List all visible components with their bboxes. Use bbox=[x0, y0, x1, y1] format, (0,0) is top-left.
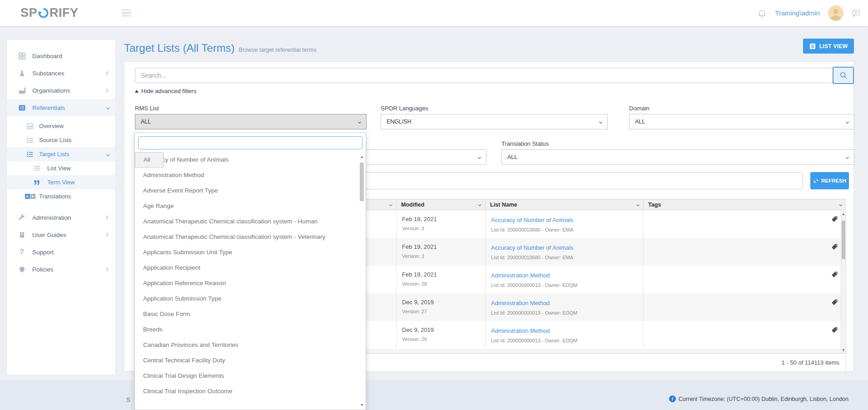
dropdown-search-input[interactable] bbox=[138, 136, 362, 149]
tag-icon[interactable] bbox=[831, 271, 838, 278]
sidebar-item-label: Translations bbox=[39, 193, 71, 200]
grid-icon bbox=[17, 52, 26, 60]
sidebar-item-organisations[interactable]: Organisations bbox=[7, 82, 115, 99]
column-header-list-name[interactable]: List Name bbox=[485, 199, 643, 210]
refresh-button[interactable]: REFRESH bbox=[810, 172, 849, 189]
sort-chevron-icon bbox=[636, 203, 639, 206]
sidebar-item-user-guides[interactable]: User Guides bbox=[7, 226, 115, 243]
dropdown-scrollbar[interactable] bbox=[359, 154, 364, 408]
list-name-link[interactable]: Administration Method bbox=[491, 327, 550, 334]
rms-option[interactable]: Breeds bbox=[135, 322, 366, 337]
avatar[interactable] bbox=[828, 5, 843, 21]
tag-icon[interactable] bbox=[831, 299, 838, 306]
sidebar-item-overview[interactable]: Overview bbox=[7, 119, 115, 133]
spor-languages-value: ENGLISH bbox=[387, 119, 412, 125]
list-name-link[interactable]: Accuracy of Number of Animals bbox=[491, 217, 573, 223]
hide-advanced-filters-toggle[interactable]: Hide advanced filters bbox=[135, 88, 196, 94]
sidebar-item-target-lists[interactable]: Target Lists bbox=[7, 147, 115, 161]
scroll-down-icon[interactable] bbox=[842, 349, 845, 351]
list-meta: List Id: 200000010680 - Owner: EMA bbox=[491, 227, 638, 232]
rms-option[interactable]: Basic Dose Form bbox=[135, 306, 366, 322]
tag-icon[interactable] bbox=[831, 216, 838, 222]
tags-cell bbox=[643, 293, 846, 321]
list-view-button[interactable]: LIST VIEW bbox=[803, 39, 854, 54]
sidebar-item-policies[interactable]: Policies bbox=[7, 261, 115, 278]
rms-option[interactable]: Application Recipient bbox=[135, 260, 366, 276]
chevron-left-icon bbox=[106, 89, 110, 92]
list-name-cell: Administration MethodList Id: 2000000000… bbox=[485, 266, 643, 293]
chevron-left-icon bbox=[106, 216, 110, 219]
scroll-down-icon[interactable] bbox=[361, 404, 363, 406]
chevron-left-icon bbox=[106, 267, 110, 271]
list-name-link[interactable]: Administration Method bbox=[491, 272, 550, 279]
search-button[interactable] bbox=[833, 67, 854, 84]
scroll-up-icon[interactable] bbox=[842, 213, 845, 215]
modified-cell: Dec 9, 2019Version: 27 bbox=[396, 293, 485, 321]
sporify-logo[interactable]: SP RIFY bbox=[20, 6, 79, 20]
rms-option[interactable]: Application Submission Type bbox=[135, 291, 366, 306]
rms-option[interactable]: Applicants Submission Unit Type bbox=[135, 245, 366, 260]
rms-option[interactable]: Clinical Trial Inspection Outcome bbox=[135, 384, 366, 399]
sidebar-item-administration[interactable]: Administration bbox=[7, 209, 115, 226]
list-name-link[interactable]: Administration Method bbox=[491, 300, 550, 306]
sidebar-item-list-view[interactable]: List View bbox=[7, 161, 115, 175]
rms-option[interactable]: All bbox=[135, 152, 164, 168]
sidebar-item-translations[interactable]: A★ Translations bbox=[7, 189, 115, 203]
list-icon bbox=[25, 151, 35, 158]
domain-value: ALL bbox=[635, 119, 645, 125]
rms-option[interactable]: Adverse Event Report Type bbox=[135, 183, 366, 198]
notifications-bell-icon[interactable] bbox=[757, 8, 767, 18]
rms-option[interactable]: Anatomical Therapeutic Chemical classifi… bbox=[135, 229, 366, 245]
sidebar-item-substances[interactable]: Substances bbox=[7, 64, 115, 82]
sidebar-item-label: Term View bbox=[47, 179, 74, 186]
sidebar-item-dashboard[interactable]: Dashboard bbox=[7, 47, 115, 64]
chat-icon[interactable] bbox=[852, 9, 861, 18]
sidebar-item-support[interactable]: ? Support bbox=[7, 243, 115, 261]
spor-languages-select[interactable]: ENGLISH bbox=[381, 114, 608, 129]
tag-icon[interactable] bbox=[831, 326, 838, 333]
sidebar-item-label: Organisations bbox=[32, 87, 70, 94]
modified-cell: Dec 9, 2019Version: 26 bbox=[396, 321, 485, 349]
list-view-label: LIST VIEW bbox=[819, 43, 848, 49]
rms-option[interactable]: Clinical Trial Design Elements bbox=[135, 368, 366, 384]
translation-status-select[interactable]: ALL bbox=[501, 149, 854, 165]
rms-option[interactable]: Canadian Provinces and Territories bbox=[135, 337, 366, 353]
refresh-icon bbox=[813, 178, 819, 184]
sidebar-item-referentials[interactable]: Referentials bbox=[7, 99, 115, 116]
sort-chevron-icon bbox=[478, 203, 481, 206]
footer: S i Current Timezone: (UTC+00:00) Dublin… bbox=[0, 380, 868, 410]
sidebar-item-label: Support bbox=[32, 249, 54, 256]
sidebar-item-source-lists[interactable]: Source Lists bbox=[7, 133, 115, 147]
table-scrollbar[interactable] bbox=[841, 211, 846, 354]
column-header-tags[interactable]: Tags bbox=[643, 199, 846, 210]
tag-icon[interactable] bbox=[831, 243, 838, 250]
scroll-thumb[interactable] bbox=[842, 221, 845, 259]
rms-option[interactable]: Accuracy of Number of Animals bbox=[135, 152, 366, 168]
domain-select[interactable]: ALL bbox=[629, 114, 854, 129]
list-name-link[interactable]: Accuracy of Number of Animals bbox=[491, 244, 573, 251]
page-title: Target Lists (All Terms) Browse target r… bbox=[124, 42, 317, 54]
refresh-label: REFRESH bbox=[821, 178, 846, 183]
translation-status-label: Translation Status bbox=[501, 140, 549, 147]
sidebar-item-term-view[interactable]: Term View bbox=[7, 175, 115, 189]
menu-toggle-icon[interactable] bbox=[122, 10, 131, 17]
list-name-cell: Administration MethodList Id: 2000000000… bbox=[485, 321, 643, 349]
title-subtitle: Browse target referential terms bbox=[239, 47, 317, 53]
rms-option[interactable]: Age Range bbox=[135, 198, 366, 214]
logged-in-user[interactable]: Training\admin bbox=[775, 9, 820, 17]
scroll-thumb[interactable] bbox=[360, 163, 364, 201]
rms-option[interactable]: Central Technical Facility Duty bbox=[135, 353, 366, 368]
scroll-up-icon[interactable] bbox=[361, 156, 363, 158]
search-icon bbox=[839, 71, 848, 79]
rms-list-select[interactable]: ALL bbox=[135, 114, 367, 129]
rms-option[interactable]: Anatomical Therapeutic Chemical classifi… bbox=[135, 214, 366, 229]
list-view-icon bbox=[809, 43, 816, 49]
wrench-icon bbox=[17, 214, 26, 221]
rms-option[interactable]: Administration Method bbox=[135, 168, 366, 183]
hide-filters-label: Hide advanced filters bbox=[141, 88, 196, 94]
modified-date: Dec 9, 2019 bbox=[402, 326, 480, 333]
sort-chevron-icon bbox=[389, 203, 392, 206]
search-input[interactable] bbox=[135, 68, 833, 83]
column-header-modified[interactable]: Modified bbox=[396, 199, 485, 210]
rms-option[interactable]: Application Reference Reason bbox=[135, 276, 366, 291]
